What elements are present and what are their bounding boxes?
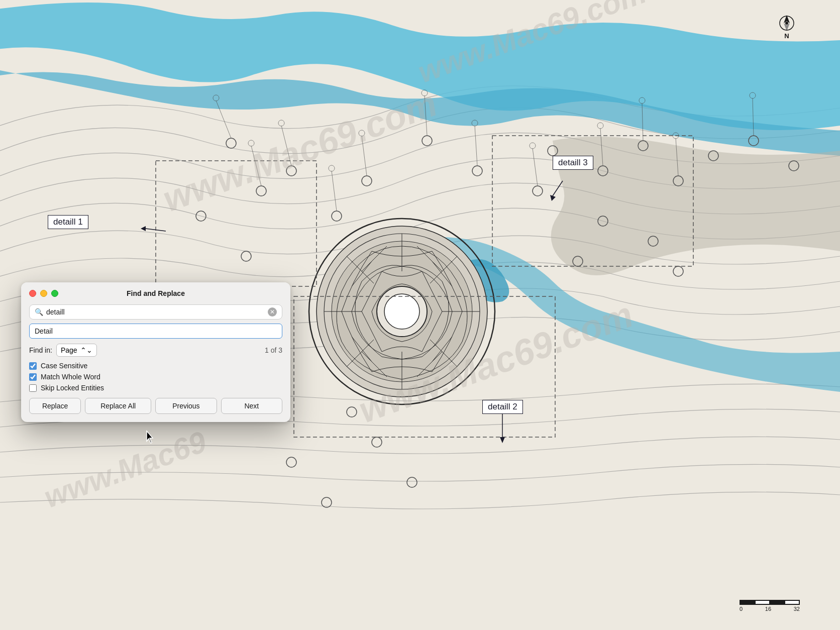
dialog-titlebar: Find and Replace bbox=[21, 282, 290, 302]
svg-point-83 bbox=[785, 22, 788, 25]
svg-line-29 bbox=[553, 181, 563, 196]
search-input[interactable] bbox=[46, 308, 265, 316]
chevron-icon: ⌃⌄ bbox=[80, 346, 92, 354]
next-button[interactable]: Next bbox=[221, 398, 282, 414]
svg-point-32 bbox=[256, 186, 266, 196]
detail-label-3: detaill 3 bbox=[553, 156, 593, 170]
svg-point-71 bbox=[278, 120, 284, 126]
svg-line-61 bbox=[362, 136, 367, 176]
svg-marker-28 bbox=[500, 437, 505, 443]
replace-button[interactable]: Replace bbox=[29, 398, 81, 414]
find-replace-dialog: Find and Replace 🔍 ✕ Find in: Page ⌃⌄ 1 … bbox=[21, 282, 290, 422]
svg-point-76 bbox=[530, 143, 536, 149]
replace-all-button[interactable]: Replace All bbox=[85, 398, 151, 414]
scale-label-0: 0 bbox=[740, 606, 743, 612]
svg-point-53 bbox=[372, 437, 382, 447]
svg-point-54 bbox=[407, 477, 417, 487]
svg-point-35 bbox=[286, 166, 296, 176]
skip-locked-label: Skip Locked Entities bbox=[41, 384, 104, 392]
case-sensitive-row: Case Sensitive bbox=[29, 362, 282, 370]
match-whole-word-row: Match Whole Word bbox=[29, 373, 282, 381]
scale-bar: 0 16 32 bbox=[740, 600, 800, 612]
svg-point-52 bbox=[347, 407, 357, 417]
svg-point-77 bbox=[597, 123, 603, 129]
case-sensitive-checkbox[interactable] bbox=[29, 362, 37, 370]
svg-point-50 bbox=[673, 266, 683, 276]
find-in-label: Find in: bbox=[29, 346, 52, 354]
find-in-row: Find in: Page ⌃⌄ 1 of 3 bbox=[29, 344, 282, 357]
case-sensitive-label: Case Sensitive bbox=[41, 362, 87, 370]
svg-point-73 bbox=[359, 130, 365, 136]
scale-label-32: 32 bbox=[794, 606, 800, 612]
north-label: N bbox=[784, 32, 789, 40]
replace-input[interactable] bbox=[29, 324, 282, 339]
svg-line-59 bbox=[281, 126, 291, 166]
result-count: 1 of 3 bbox=[265, 346, 282, 354]
svg-point-72 bbox=[329, 165, 335, 171]
svg-point-39 bbox=[472, 166, 482, 176]
svg-rect-22 bbox=[156, 161, 317, 286]
svg-point-70 bbox=[248, 140, 254, 146]
dialog-title: Find and Replace bbox=[29, 289, 282, 297]
find-in-select[interactable]: Page ⌃⌄ bbox=[56, 344, 97, 357]
clear-search-button[interactable]: ✕ bbox=[268, 307, 277, 317]
svg-line-64 bbox=[533, 148, 538, 186]
svg-point-56 bbox=[286, 457, 296, 467]
svg-line-63 bbox=[475, 126, 477, 166]
match-whole-word-label: Match Whole Word bbox=[41, 373, 100, 381]
skip-locked-checkbox[interactable] bbox=[29, 384, 37, 392]
svg-point-55 bbox=[322, 497, 332, 507]
svg-marker-26 bbox=[141, 226, 146, 231]
match-whole-word-checkbox[interactable] bbox=[29, 373, 37, 381]
skip-locked-row: Skip Locked Entities bbox=[29, 384, 282, 392]
svg-point-21 bbox=[384, 294, 419, 329]
svg-line-60 bbox=[332, 171, 337, 211]
scale-label-16: 16 bbox=[765, 606, 771, 612]
dialog-body: 🔍 ✕ Find in: Page ⌃⌄ 1 of 3 Case Sensiti… bbox=[21, 302, 290, 422]
find-in-value: Page bbox=[61, 346, 77, 354]
svg-point-74 bbox=[422, 90, 428, 96]
detail-label-2: detaill 2 bbox=[482, 400, 523, 414]
detail-label-1: detaill 1 bbox=[48, 215, 88, 229]
search-row: 🔍 ✕ bbox=[29, 304, 282, 320]
svg-point-38 bbox=[422, 136, 432, 146]
svg-point-37 bbox=[362, 176, 372, 186]
button-row: Replace Replace All Previous Next bbox=[29, 398, 282, 414]
svg-point-34 bbox=[241, 251, 251, 261]
svg-point-36 bbox=[332, 211, 342, 221]
north-arrow: N bbox=[774, 14, 800, 40]
svg-point-40 bbox=[533, 186, 543, 196]
search-icon: 🔍 bbox=[35, 308, 43, 316]
svg-point-31 bbox=[226, 138, 236, 148]
previous-button[interactable]: Previous bbox=[155, 398, 217, 414]
